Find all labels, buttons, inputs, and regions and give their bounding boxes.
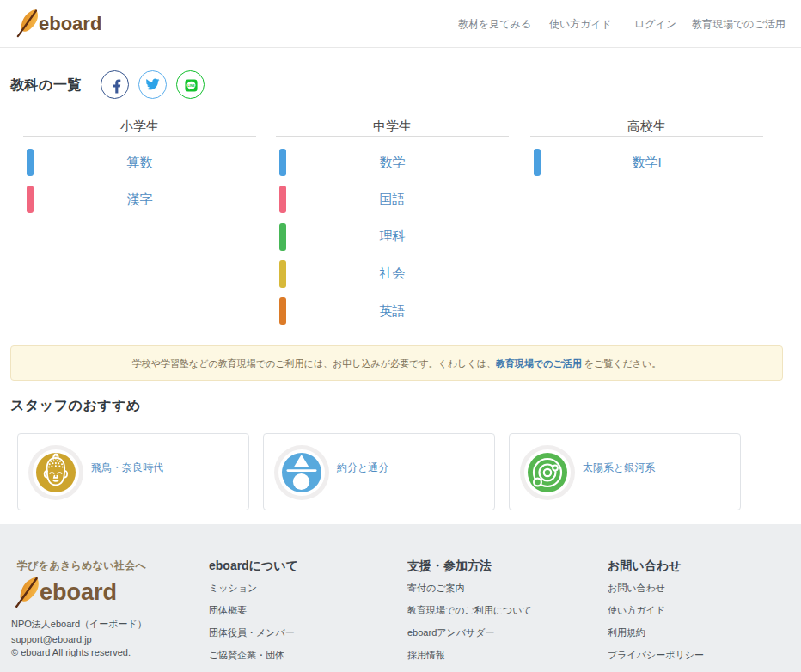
- svg-text:LINE: LINE: [187, 84, 195, 88]
